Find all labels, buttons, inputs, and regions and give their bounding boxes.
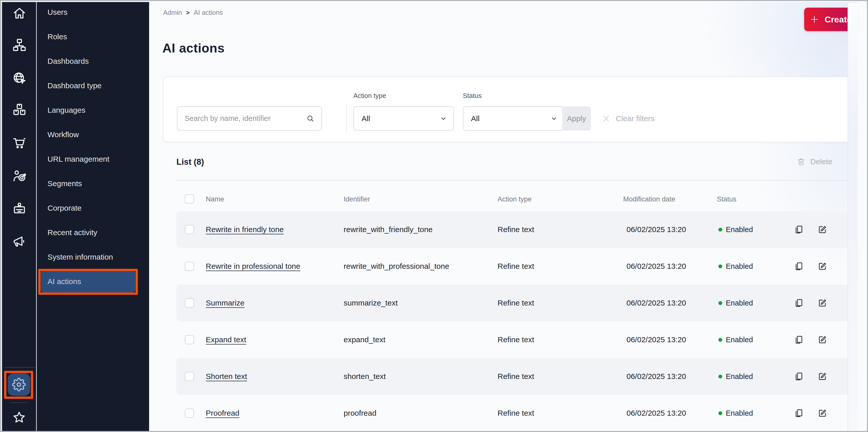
status-label-text: Enabled <box>726 262 753 271</box>
sidebar-menu-item[interactable]: AI actions <box>37 270 149 293</box>
sidebar-menu-item[interactable]: URL management <box>37 148 149 170</box>
sidebar-menu-item[interactable]: System information <box>37 246 149 268</box>
duplicate-icon[interactable] <box>794 225 804 234</box>
sidebar-menu-item[interactable]: Dashboard type <box>37 74 149 97</box>
sidebar-menu-item[interactable]: Recent activity <box>37 221 149 244</box>
table-row: Shorten text shorten_text Refine text 06… <box>177 358 849 395</box>
sidebar-menu-item-box: Users <box>41 1 135 23</box>
sitemap-icon[interactable] <box>12 37 27 53</box>
row-checkbox[interactable] <box>185 408 194 418</box>
home-icon[interactable] <box>12 6 27 21</box>
select-all-checkbox[interactable] <box>185 194 194 203</box>
star-icon[interactable] <box>12 410 27 425</box>
packages-icon[interactable] <box>12 102 27 118</box>
sidebar-menu-item[interactable]: Users <box>37 1 149 24</box>
chevron-down-icon <box>550 115 558 123</box>
search-input[interactable] <box>178 114 306 123</box>
table-row: Rewrite in professional tone rewrite_wit… <box>177 248 849 285</box>
edit-icon[interactable] <box>817 408 827 418</box>
sidebar-menu-item[interactable]: Workflow <box>37 124 149 146</box>
breadcrumb-current: AI actions <box>194 9 223 16</box>
sidebar-menu-item-label: AI actions <box>48 277 81 286</box>
duplicate-icon[interactable] <box>794 408 804 418</box>
clear-filters-label: Clear filters <box>616 114 655 123</box>
duplicate-icon[interactable] <box>794 372 804 381</box>
table-row: Expand text expand_text Refine text 06/0… <box>177 321 849 358</box>
row-name-link[interactable]: Summarize <box>206 285 245 321</box>
clear-filters-button[interactable]: Clear filters <box>601 106 655 131</box>
edit-icon[interactable] <box>817 372 827 381</box>
duplicate-icon[interactable] <box>794 261 804 271</box>
sidebar-menu-item[interactable]: Dashboards <box>37 50 149 72</box>
edit-icon[interactable] <box>817 225 827 234</box>
edit-icon[interactable] <box>817 335 827 344</box>
apply-button[interactable]: Apply <box>562 106 591 131</box>
row-identifier: proofread <box>344 395 376 431</box>
edit-icon[interactable] <box>817 261 827 271</box>
row-name-link[interactable]: Rewrite in professional tone <box>206 248 300 285</box>
row-name-link[interactable]: Shorten text <box>206 358 247 395</box>
search-field <box>177 106 322 131</box>
filter-divider <box>346 105 347 133</box>
shopping-cart-icon[interactable] <box>12 135 27 151</box>
row-action-type: Refine text <box>498 248 534 285</box>
megaphone-icon[interactable] <box>12 234 27 249</box>
sidebar-menu-item-box: Dashboard type <box>41 75 135 97</box>
status-badge: Enabled <box>718 211 753 248</box>
row-name-link[interactable]: Rewrite in friendly tone <box>206 211 284 248</box>
audience-target-icon[interactable] <box>12 169 27 184</box>
search-icon <box>306 114 315 123</box>
breadcrumb: Admin > AI actions <box>163 9 223 16</box>
sidebar-menu-item-label: URL management <box>48 155 109 163</box>
status-value: All <box>471 114 479 123</box>
edit-icon[interactable] <box>817 298 827 308</box>
sidebar-menu-item-box: URL management <box>41 148 135 170</box>
sidebar-menu-item-box: Roles <box>41 26 135 48</box>
sidebar-menu-item-label: Languages <box>48 106 85 114</box>
sidebar-menu-item-label: Segments <box>48 179 82 188</box>
row-checkbox[interactable] <box>185 262 194 271</box>
main-content: Admin > AI actions Create AI actions Act… <box>149 2 858 432</box>
row-identifier: rewrite_with_professional_tone <box>344 248 449 285</box>
row-checkbox[interactable] <box>185 372 194 381</box>
breadcrumb-admin[interactable]: Admin <box>163 9 182 16</box>
row-checkbox[interactable] <box>185 335 194 344</box>
table-header: Name Identifier Action type Modification… <box>177 187 849 211</box>
list-title: List (8) <box>177 157 204 167</box>
id-badge-icon[interactable] <box>12 201 27 217</box>
action-type-label: Action type <box>353 92 386 100</box>
sidebar-menu-item[interactable]: Segments <box>37 172 149 195</box>
list-divider <box>177 180 849 180</box>
sidebar-menu-item[interactable]: Languages <box>37 99 149 122</box>
row-checkbox[interactable] <box>185 225 194 234</box>
sidebar-menu-item-box: Corporate <box>41 197 135 219</box>
filter-card: Action type All Status All Apply Clear f… <box>163 76 858 142</box>
settings-gear-button[interactable] <box>8 373 30 396</box>
action-type-value: All <box>362 114 370 123</box>
icon-rail <box>2 2 36 432</box>
status-dot <box>718 338 722 342</box>
row-modification-date: 06/02/2025 13:20 <box>626 321 686 358</box>
status-dot <box>718 411 722 415</box>
row-name-link[interactable]: Expand text <box>206 321 246 358</box>
row-checkbox[interactable] <box>185 298 194 307</box>
status-dot <box>718 301 722 305</box>
duplicate-icon[interactable] <box>794 335 804 344</box>
sidebar-menu-item[interactable]: Roles <box>37 26 149 48</box>
row-identifier: summarize_text <box>344 285 398 321</box>
scrollbar-track[interactable] <box>847 3 858 432</box>
status-label-text: Enabled <box>726 299 753 307</box>
delete-button-label: Delete <box>810 157 833 166</box>
delete-button[interactable]: Delete <box>797 157 833 166</box>
row-action-type: Refine text <box>498 358 534 395</box>
breadcrumb-separator: > <box>186 9 190 16</box>
sidebar-menu-item-label: Dashboard type <box>48 81 102 90</box>
sidebar-menu-item[interactable]: Corporate <box>37 197 149 219</box>
row-name-link[interactable]: Proofread <box>206 395 240 431</box>
sidebar-menu-item-box: Languages <box>41 99 135 121</box>
duplicate-icon[interactable] <box>794 298 804 308</box>
action-type-dropdown[interactable]: All <box>353 106 454 131</box>
status-label-text: Enabled <box>726 336 753 344</box>
globe-pointer-icon[interactable] <box>12 71 27 86</box>
status-dropdown[interactable]: All <box>463 106 564 131</box>
